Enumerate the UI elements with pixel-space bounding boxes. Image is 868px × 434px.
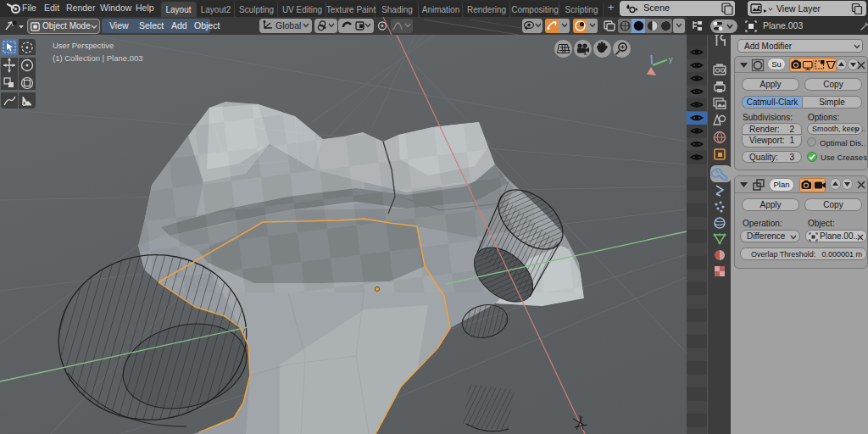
svg-text:y: y <box>669 55 673 64</box>
